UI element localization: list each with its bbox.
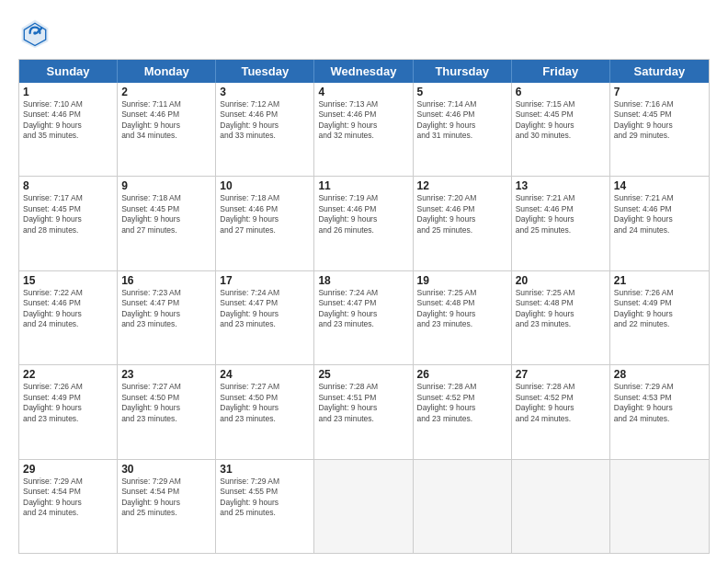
day-info: Sunrise: 7:27 AM Sunset: 4:50 PM Dayligh…: [121, 382, 211, 424]
day-info: Sunrise: 7:16 AM Sunset: 4:45 PM Dayligh…: [614, 99, 705, 142]
day-12: 12Sunrise: 7:20 AM Sunset: 4:46 PM Dayli…: [414, 177, 512, 270]
day-25: 25Sunrise: 7:28 AM Sunset: 4:51 PM Dayli…: [314, 365, 413, 458]
day-14: 14Sunrise: 7:21 AM Sunset: 4:46 PM Dayli…: [610, 177, 709, 270]
day-28: 28Sunrise: 7:29 AM Sunset: 4:53 PM Dayli…: [610, 365, 709, 458]
day-info: Sunrise: 7:17 AM Sunset: 4:45 PM Dayligh…: [23, 193, 113, 236]
day-number: 6: [516, 86, 606, 98]
day-20: 20Sunrise: 7:25 AM Sunset: 4:48 PM Dayli…: [512, 271, 610, 364]
day-number: 3: [220, 86, 310, 98]
day-number: 2: [121, 86, 211, 98]
day-number: 20: [516, 274, 606, 287]
day-info: Sunrise: 7:18 AM Sunset: 4:45 PM Dayligh…: [121, 193, 211, 236]
day-number: 29: [23, 463, 113, 476]
day-info: Sunrise: 7:20 AM Sunset: 4:46 PM Dayligh…: [417, 193, 507, 236]
day-info: Sunrise: 7:24 AM Sunset: 4:47 PM Dayligh…: [220, 288, 310, 330]
day-number: 23: [121, 368, 211, 381]
empty-cell: [414, 460, 512, 553]
calendar-body: 1Sunrise: 7:10 AM Sunset: 4:46 PM Daylig…: [19, 83, 709, 553]
weekday-header: Tuesday: [216, 60, 314, 83]
logo: [18, 17, 55, 50]
weekday-header: Friday: [512, 60, 610, 83]
day-number: 27: [516, 368, 606, 381]
day-23: 23Sunrise: 7:27 AM Sunset: 4:50 PM Dayli…: [118, 365, 216, 458]
day-27: 27Sunrise: 7:28 AM Sunset: 4:52 PM Dayli…: [512, 365, 610, 458]
calendar-row: 29Sunrise: 7:29 AM Sunset: 4:54 PM Dayli…: [19, 459, 709, 553]
day-number: 7: [614, 86, 705, 98]
day-info: Sunrise: 7:28 AM Sunset: 4:52 PM Dayligh…: [516, 382, 606, 424]
calendar-row: 8Sunrise: 7:17 AM Sunset: 4:45 PM Daylig…: [19, 176, 709, 270]
day-info: Sunrise: 7:29 AM Sunset: 4:54 PM Dayligh…: [23, 477, 113, 519]
day-7: 7Sunrise: 7:16 AM Sunset: 4:45 PM Daylig…: [610, 83, 709, 176]
day-info: Sunrise: 7:27 AM Sunset: 4:50 PM Dayligh…: [220, 382, 310, 424]
day-number: 13: [516, 179, 606, 192]
svg-point-2: [33, 31, 37, 35]
day-number: 4: [318, 86, 408, 98]
day-10: 10Sunrise: 7:18 AM Sunset: 4:46 PM Dayli…: [216, 177, 314, 270]
day-info: Sunrise: 7:25 AM Sunset: 4:48 PM Dayligh…: [417, 288, 507, 330]
day-13: 13Sunrise: 7:21 AM Sunset: 4:46 PM Dayli…: [512, 177, 610, 270]
day-11: 11Sunrise: 7:19 AM Sunset: 4:46 PM Dayli…: [314, 177, 413, 270]
day-1: 1Sunrise: 7:10 AM Sunset: 4:46 PM Daylig…: [19, 83, 118, 176]
day-5: 5Sunrise: 7:14 AM Sunset: 4:46 PM Daylig…: [414, 83, 512, 176]
day-16: 16Sunrise: 7:23 AM Sunset: 4:47 PM Dayli…: [118, 271, 216, 364]
day-info: Sunrise: 7:21 AM Sunset: 4:46 PM Dayligh…: [614, 193, 705, 236]
calendar-header: SundayMondayTuesdayWednesdayThursdayFrid…: [19, 60, 709, 83]
day-19: 19Sunrise: 7:25 AM Sunset: 4:48 PM Dayli…: [414, 271, 512, 364]
calendar-row: 22Sunrise: 7:26 AM Sunset: 4:49 PM Dayli…: [19, 364, 709, 458]
day-info: Sunrise: 7:15 AM Sunset: 4:45 PM Dayligh…: [516, 99, 606, 142]
day-info: Sunrise: 7:28 AM Sunset: 4:51 PM Dayligh…: [318, 382, 408, 424]
day-info: Sunrise: 7:19 AM Sunset: 4:46 PM Dayligh…: [318, 193, 408, 236]
day-number: 22: [23, 368, 113, 381]
day-9: 9Sunrise: 7:18 AM Sunset: 4:45 PM Daylig…: [118, 177, 216, 270]
day-2: 2Sunrise: 7:11 AM Sunset: 4:46 PM Daylig…: [118, 83, 216, 176]
day-number: 25: [318, 368, 408, 381]
day-number: 28: [614, 368, 705, 381]
day-21: 21Sunrise: 7:26 AM Sunset: 4:49 PM Dayli…: [610, 271, 709, 364]
day-info: Sunrise: 7:26 AM Sunset: 4:49 PM Dayligh…: [614, 288, 705, 330]
day-15: 15Sunrise: 7:22 AM Sunset: 4:46 PM Dayli…: [19, 271, 118, 364]
day-info: Sunrise: 7:14 AM Sunset: 4:46 PM Dayligh…: [417, 99, 507, 142]
day-number: 24: [220, 368, 310, 381]
day-3: 3Sunrise: 7:12 AM Sunset: 4:46 PM Daylig…: [216, 83, 314, 176]
day-info: Sunrise: 7:13 AM Sunset: 4:46 PM Dayligh…: [318, 99, 408, 142]
day-29: 29Sunrise: 7:29 AM Sunset: 4:54 PM Dayli…: [19, 460, 118, 553]
day-info: Sunrise: 7:22 AM Sunset: 4:46 PM Dayligh…: [23, 288, 113, 330]
day-number: 19: [417, 274, 507, 287]
day-info: Sunrise: 7:26 AM Sunset: 4:49 PM Dayligh…: [23, 382, 113, 424]
day-number: 31: [220, 463, 310, 476]
day-number: 1: [23, 86, 113, 98]
day-info: Sunrise: 7:11 AM Sunset: 4:46 PM Dayligh…: [121, 99, 211, 142]
calendar-row: 1Sunrise: 7:10 AM Sunset: 4:46 PM Daylig…: [19, 83, 709, 176]
empty-cell: [512, 460, 610, 553]
day-number: 18: [318, 274, 408, 287]
day-24: 24Sunrise: 7:27 AM Sunset: 4:50 PM Dayli…: [216, 365, 314, 458]
day-number: 10: [220, 179, 310, 192]
day-info: Sunrise: 7:29 AM Sunset: 4:55 PM Dayligh…: [220, 477, 310, 519]
day-number: 14: [614, 179, 705, 192]
day-number: 9: [121, 179, 211, 192]
day-info: Sunrise: 7:29 AM Sunset: 4:53 PM Dayligh…: [614, 382, 705, 424]
day-17: 17Sunrise: 7:24 AM Sunset: 4:47 PM Dayli…: [216, 271, 314, 364]
day-info: Sunrise: 7:12 AM Sunset: 4:46 PM Dayligh…: [220, 99, 310, 142]
day-info: Sunrise: 7:23 AM Sunset: 4:47 PM Dayligh…: [121, 288, 211, 330]
weekday-header: Thursday: [414, 60, 512, 83]
day-number: 16: [121, 274, 211, 287]
day-number: 21: [614, 274, 705, 287]
day-info: Sunrise: 7:29 AM Sunset: 4:54 PM Dayligh…: [121, 477, 211, 519]
day-info: Sunrise: 7:25 AM Sunset: 4:48 PM Dayligh…: [516, 288, 606, 330]
day-4: 4Sunrise: 7:13 AM Sunset: 4:46 PM Daylig…: [314, 83, 413, 176]
day-number: 11: [318, 179, 408, 192]
day-22: 22Sunrise: 7:26 AM Sunset: 4:49 PM Dayli…: [19, 365, 118, 458]
day-26: 26Sunrise: 7:28 AM Sunset: 4:52 PM Dayli…: [414, 365, 512, 458]
day-info: Sunrise: 7:21 AM Sunset: 4:46 PM Dayligh…: [516, 193, 606, 236]
weekday-header: Sunday: [19, 60, 118, 83]
empty-cell: [314, 460, 413, 553]
empty-cell: [610, 460, 709, 553]
page: SundayMondayTuesdayWednesdayThursdayFrid…: [0, 0, 728, 563]
day-6: 6Sunrise: 7:15 AM Sunset: 4:45 PM Daylig…: [512, 83, 610, 176]
day-number: 26: [417, 368, 507, 381]
calendar: SundayMondayTuesdayWednesdayThursdayFrid…: [18, 59, 710, 554]
day-8: 8Sunrise: 7:17 AM Sunset: 4:45 PM Daylig…: [19, 177, 118, 270]
day-number: 17: [220, 274, 310, 287]
day-info: Sunrise: 7:18 AM Sunset: 4:46 PM Dayligh…: [220, 193, 310, 236]
